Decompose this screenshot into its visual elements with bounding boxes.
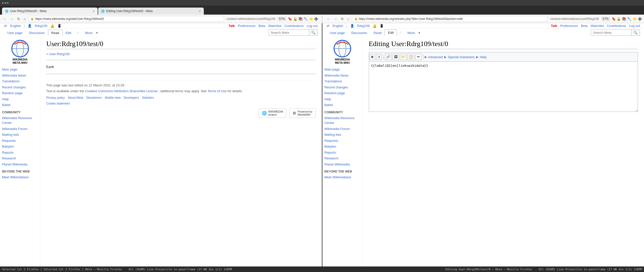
browser-tab-2[interactable]: 🌐 Editing User:Rdrg109/test/0 - Meta ✕ xyxy=(98,8,204,15)
logout-link-1[interactable]: Log out xyxy=(307,24,317,28)
more-dropdown-2[interactable]: More ▾ xyxy=(404,30,420,36)
username-link-1[interactable]: Rdrg109 xyxy=(35,24,47,28)
footer-disclaimers-1[interactable]: Disclaimers xyxy=(86,96,102,99)
footer-cookie-1[interactable]: Cookie statement xyxy=(46,102,70,105)
tablet-icon-1[interactable]: 📱 xyxy=(57,24,61,28)
preferences-link-1[interactable]: Preferences xyxy=(238,24,255,28)
browser-tab-1[interactable]: 🌐 User:Rdrg109/test/0 - Meta ✕ xyxy=(2,8,98,15)
toolbar-help-2[interactable]: Help xyxy=(479,55,488,59)
sidebar-item-random-2[interactable]: Random page xyxy=(325,90,360,96)
username-link-2[interactable]: Rdrg109 xyxy=(357,24,370,28)
search-button-2[interactable]: 🔍 xyxy=(631,30,640,36)
search-input-2[interactable] xyxy=(591,30,631,36)
toolbar-template-2[interactable]: 📋 xyxy=(408,54,414,60)
home-button-2[interactable]: ⌂ xyxy=(346,16,350,21)
toolbar-image-2[interactable]: 🖼 xyxy=(392,54,399,60)
sidebar-item-news-2[interactable]: Wikimedia News xyxy=(325,73,360,79)
edit-textarea-2[interactable]: {{label|Q2|en|link=wikidata}} xyxy=(369,61,638,112)
tab-star-1[interactable]: ☆ xyxy=(74,29,82,36)
talk-link-1[interactable]: Talk xyxy=(228,24,235,28)
terms-link-1[interactable]: Terms of Use xyxy=(208,89,227,93)
tab-read-2[interactable]: Read xyxy=(370,30,385,36)
language-link-2[interactable]: English xyxy=(333,24,343,28)
sidebar-item-research-2[interactable]: Research xyxy=(325,155,360,161)
watchlist-link-2[interactable]: Watchlist xyxy=(591,24,604,28)
sidebar-item-babel-2[interactable]: Babel xyxy=(325,102,360,108)
tab-discussion-2[interactable]: Discussion xyxy=(348,30,370,36)
tab2-close[interactable]: ✕ xyxy=(199,10,201,13)
logout-link-2[interactable]: Log out xyxy=(629,24,640,28)
sidebar-item-meetwikimedians-1[interactable]: Meet Wikimedians xyxy=(2,174,38,180)
sidebar-item-reports-1[interactable]: Reports xyxy=(2,150,38,156)
sidebar-item-planetwikimedia-2[interactable]: Planet Wikimedia xyxy=(325,161,360,167)
beta-link-1[interactable]: Beta xyxy=(259,24,265,28)
tab1-close[interactable]: ✕ xyxy=(93,10,95,13)
talk-link-2[interactable]: Talk xyxy=(551,24,557,28)
watchlist-link-1[interactable]: Watchlist xyxy=(268,24,281,28)
sidebar-item-mainpage-1[interactable]: Main page xyxy=(2,66,38,73)
sidebar-item-reports-2[interactable]: Reports xyxy=(325,150,360,156)
sidebar-item-planetwikimedia-1[interactable]: Planet Wikimedia xyxy=(2,161,38,167)
breadcrumb-link-1[interactable]: User:Rdrg109 xyxy=(49,52,69,56)
sidebar-item-mailinglists-1[interactable]: Mailing lists xyxy=(2,132,38,138)
footer-statistics-1[interactable]: Statistics xyxy=(142,96,154,99)
sidebar-item-recentchanges-1[interactable]: Recent changes xyxy=(2,84,38,90)
toolbar-pencil-2[interactable]: ✏ xyxy=(415,54,422,60)
search-box-2[interactable]: 🔍 xyxy=(591,29,640,36)
toolbar-file-2[interactable]: 📁 xyxy=(400,54,407,60)
back-button[interactable]: ← xyxy=(2,16,8,21)
tab-star-2[interactable]: ☆ xyxy=(397,29,404,36)
tab-edit-1[interactable]: Edit xyxy=(62,30,74,36)
footer-about-1[interactable]: About Meta xyxy=(68,96,83,99)
beta-link-2[interactable]: Beta xyxy=(581,24,588,28)
tab-edit-2[interactable]: Edit xyxy=(385,29,397,36)
tab-more-1[interactable]: More xyxy=(82,30,96,36)
sidebar-item-mailinglists-2[interactable]: Mailing lists xyxy=(325,132,360,138)
forward-button-2[interactable]: → xyxy=(333,16,338,21)
tablet-icon-2[interactable]: 📱 xyxy=(380,24,384,28)
footer-developers-1[interactable]: Developers xyxy=(124,96,139,99)
sidebar-item-babel-1[interactable]: Babel xyxy=(2,102,38,108)
toolbar-advanced-2[interactable]: Advanced xyxy=(427,55,444,59)
preferences-link-2[interactable]: Preferences xyxy=(560,24,578,28)
bell-icon-2[interactable]: 🔔 xyxy=(373,24,377,28)
footer-mobile-1[interactable]: Mobile view xyxy=(105,96,121,99)
logo-1[interactable]: WIKIMEDIA META-WIKI xyxy=(2,40,38,64)
tab-userpage-2[interactable]: User page xyxy=(327,30,348,36)
sidebar-item-forum-1[interactable]: Wikimedia Forum xyxy=(2,126,38,132)
tab-userpage-1[interactable]: User page xyxy=(4,30,26,36)
sidebar-item-help-1[interactable]: Help xyxy=(2,96,38,102)
toolbar-link-2[interactable]: 🔗 xyxy=(385,54,391,60)
search-button-1[interactable]: 🔍 xyxy=(309,30,317,36)
home-button[interactable]: ⌂ xyxy=(23,16,27,21)
sidebar-item-babylon-1[interactable]: Babylon xyxy=(2,144,38,150)
toolbar-special-chars-2[interactable]: Special characters xyxy=(447,55,476,59)
more-dropdown-1[interactable]: More ▾ xyxy=(82,30,98,36)
back-button-2[interactable]: ← xyxy=(326,16,331,21)
sidebar-item-babylon-2[interactable]: Babylon xyxy=(325,144,360,150)
sidebar-item-resourcecenter-2[interactable]: Wikimedia Resource Center xyxy=(325,115,360,126)
sidebar-item-research-1[interactable]: Research xyxy=(2,155,38,161)
sidebar-item-translations-1[interactable]: Translations xyxy=(2,78,38,84)
search-input-1[interactable] xyxy=(269,30,309,36)
reload-button[interactable]: ↻ xyxy=(16,16,21,21)
contributions-link-1[interactable]: Contributions xyxy=(285,24,304,28)
sidebar-item-news-1[interactable]: Wikimedia News xyxy=(2,73,38,79)
sidebar-item-meetwikimedians-2[interactable]: Meet Wikimedians xyxy=(325,174,360,180)
sidebar-item-requests-2[interactable]: Requests xyxy=(325,138,360,144)
toolbar-bold-2[interactable]: B xyxy=(369,54,376,60)
bell-icon-1[interactable]: 🔔 xyxy=(50,24,54,28)
reload-button-2[interactable]: ↻ xyxy=(340,16,345,21)
footer-privacy-1[interactable]: Privacy policy xyxy=(46,96,65,99)
contributions-link-2[interactable]: Contributions xyxy=(607,24,626,28)
tab-read-1[interactable]: Read xyxy=(48,30,62,36)
sidebar-item-resourcecenter-1[interactable]: Wikimedia Resource Center xyxy=(2,115,38,126)
sidebar-item-help-2[interactable]: Help xyxy=(325,96,360,102)
toolbar-italic-2[interactable]: I xyxy=(376,54,382,60)
license-link-1[interactable]: Creative Commons Attribution-ShareAlike … xyxy=(85,89,157,93)
search-box-1[interactable]: 🔍 xyxy=(268,29,318,36)
forward-button[interactable]: → xyxy=(9,16,15,21)
sidebar-item-translations-2[interactable]: Translations xyxy=(325,78,360,84)
tab-more-2[interactable]: More xyxy=(404,30,418,36)
sidebar-item-requests-1[interactable]: Requests xyxy=(2,138,38,144)
